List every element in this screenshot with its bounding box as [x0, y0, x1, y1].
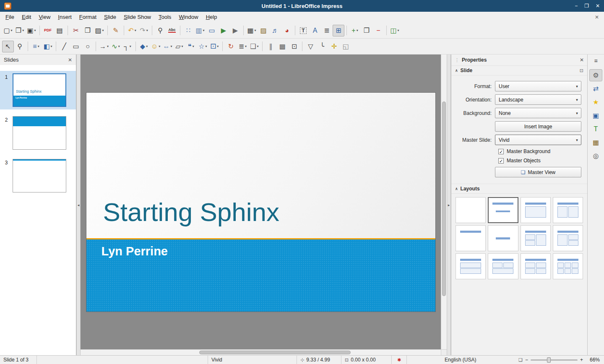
format-dropdown[interactable]: User ▾ [495, 81, 581, 91]
menu-edit[interactable]: Edit [18, 12, 35, 23]
start-current-slide-button[interactable]: ▶ [229, 25, 241, 36]
zoom-pan-button[interactable]: ⚲ [14, 41, 26, 52]
close-button[interactable]: ✕ [596, 3, 600, 9]
collapse-section-icon[interactable]: ∧ [455, 68, 458, 73]
export-pdf-button[interactable]: PDF [42, 25, 54, 36]
flowchart-button[interactable]: ▱▾ [173, 41, 185, 52]
print-button[interactable]: ▤ [54, 25, 65, 36]
menu-file[interactable]: File [2, 12, 18, 23]
undo-dropdown-arrow[interactable]: ▾ [135, 29, 136, 32]
paste-button[interactable]: ▨▾ [94, 25, 105, 36]
zoom-out-button[interactable]: − [525, 357, 528, 363]
slide-thumbnail[interactable]: 1Starting SphinxLyn Perrine [0, 71, 76, 109]
slides-panel-close-icon[interactable]: ✕ [68, 57, 72, 63]
open-button[interactable]: ❒▾ [14, 25, 26, 36]
sidebar-tab-animation[interactable]: ★ [589, 96, 602, 108]
alignment-dropdown-arrow[interactable]: ▾ [38, 44, 39, 48]
symbol-shapes-dropdown-arrow[interactable]: ▾ [159, 44, 160, 48]
lines-arrows-dropdown-arrow[interactable]: ▾ [107, 44, 109, 48]
alignment-button[interactable]: ≡▾ [30, 41, 42, 52]
sidebar-menu-icon[interactable]: ≡ [590, 56, 602, 65]
chevron-down-icon[interactable]: ▾ [573, 111, 581, 115]
find-replace-button[interactable]: ⚲ [154, 25, 166, 36]
insert-media-button[interactable]: ♬ [269, 25, 281, 36]
zoom-slider-thumb[interactable] [547, 357, 551, 363]
fill-color-dropdown-arrow[interactable]: ▾ [51, 44, 52, 48]
master-slide-dropdown[interactable]: Vivid ▾ [495, 135, 581, 145]
sidebar-tab-slide-transition[interactable]: ⇄ [589, 83, 602, 95]
align-objects-button[interactable]: ≣▾ [237, 41, 248, 52]
layout-title-six-content[interactable] [553, 253, 583, 279]
basic-shapes-dropdown-arrow[interactable]: ▾ [146, 44, 148, 48]
sidebar-tab-gallery[interactable]: ▦ [589, 136, 602, 148]
layout-title-two-content[interactable] [553, 197, 583, 223]
slide-subtitle-text[interactable]: Lyn Perrine [102, 244, 168, 258]
zoom-slider[interactable] [531, 359, 578, 361]
insert-fontwork-button[interactable]: A [309, 25, 321, 36]
align-objects-dropdown-arrow[interactable]: ▾ [245, 44, 247, 48]
new-button[interactable]: ▢▾ [2, 25, 14, 36]
menu-slide-show[interactable]: Slide Show [120, 12, 155, 23]
duplicate-slide-button[interactable]: ❐ [361, 25, 372, 36]
layout-title-two-content-and-content[interactable] [521, 225, 551, 251]
open-dropdown-arrow[interactable]: ▾ [22, 29, 24, 32]
start-first-slide-button[interactable]: ▶ [218, 25, 229, 36]
rectangle-button[interactable]: ▭ [70, 41, 82, 52]
master-objects-checkbox[interactable]: ✓ Master Objects [498, 158, 581, 164]
save-dropdown-arrow[interactable]: ▾ [34, 29, 36, 32]
master-slide-status[interactable]: Vivid [208, 356, 297, 364]
slide-title-text[interactable]: Starting Sphinx [103, 197, 279, 227]
slide-editor[interactable]: Starting Sphinx Lyn Perrine [86, 93, 435, 312]
3d-objects-button[interactable]: ⚀▾ [208, 41, 220, 52]
collapse-left-icon[interactable]: ◂ [78, 203, 80, 207]
zoom-percent[interactable]: 66% [586, 357, 600, 363]
block-arrows-button[interactable]: ⇔▾ [161, 41, 173, 52]
background-dropdown[interactable]: None ▾ [495, 108, 581, 118]
lines-arrows-button[interactable]: →▾ [98, 41, 110, 52]
slide-section-header[interactable]: ∧ Slide ⊡ [451, 65, 587, 75]
slide-layout-button[interactable]: ◫▾ [389, 25, 401, 36]
properties-panel-splitter[interactable]: ▸ [447, 55, 451, 355]
collapse-section-icon[interactable]: ∧ [455, 187, 458, 191]
arrange-button[interactable]: ❑▾ [248, 41, 260, 52]
master-view-button[interactable]: ❏ Master View [495, 167, 581, 177]
layout-title-four-content[interactable] [521, 253, 551, 279]
sidebar-tab-properties[interactable]: ⚙ [589, 69, 602, 81]
undo-button[interactable]: ↶▾ [126, 25, 138, 36]
callouts-button[interactable]: ❝▾ [185, 41, 197, 52]
paste-dropdown-arrow[interactable]: ▾ [102, 29, 104, 32]
horizontal-scrollbar[interactable] [81, 349, 441, 355]
menu-window[interactable]: Window [175, 12, 202, 23]
menu-insert[interactable]: Insert [54, 12, 76, 23]
new-dropdown-arrow[interactable]: ▾ [11, 29, 13, 32]
save-button[interactable]: ▣▾ [26, 25, 37, 36]
spelling-button[interactable]: Abc [166, 25, 178, 36]
connectors-button[interactable]: ┐▾ [122, 41, 133, 52]
arrange-dropdown-arrow[interactable]: ▾ [257, 44, 259, 48]
layout-title-two-content-over-content[interactable] [488, 253, 518, 279]
minimize-button[interactable]: − [575, 3, 578, 9]
clone-formatting-button[interactable]: ✎ [110, 25, 122, 36]
sidebar-tab-styles[interactable]: T [589, 123, 602, 135]
fit-slide-icon[interactable]: ❏ [518, 357, 523, 363]
slide-layout-dropdown-arrow[interactable]: ▾ [398, 29, 399, 32]
glue-points-button[interactable]: ✛ [328, 41, 340, 52]
block-arrows-dropdown-arrow[interactable]: ▾ [170, 44, 172, 48]
slide-thumbnail[interactable]: 2 [0, 114, 76, 152]
connectors-dropdown-arrow[interactable]: ▾ [130, 44, 131, 48]
select-button[interactable]: ↖ [2, 41, 14, 52]
delete-slide-button[interactable]: − [372, 25, 384, 36]
menu-tools[interactable]: Tools [155, 12, 175, 23]
toggle-extrusion-button[interactable]: ◱ [340, 41, 351, 52]
rotate-button[interactable]: ↻ [225, 41, 237, 52]
language-status[interactable]: English (USA) [441, 356, 516, 364]
new-slide-dropdown-arrow[interactable]: ▾ [357, 29, 358, 32]
redo-button[interactable]: ↷▾ [138, 25, 150, 36]
distribute-button[interactable]: ∥ [265, 41, 276, 52]
slide-preview[interactable] [13, 159, 66, 192]
menu-help[interactable]: Help [202, 12, 221, 23]
checkbox-checked-icon[interactable]: ✓ [498, 149, 504, 154]
insert-textbox-button[interactable]: T [297, 25, 309, 36]
orientation-dropdown[interactable]: Landscape ▾ [495, 94, 581, 105]
display-button[interactable]: ▭ [206, 25, 218, 36]
